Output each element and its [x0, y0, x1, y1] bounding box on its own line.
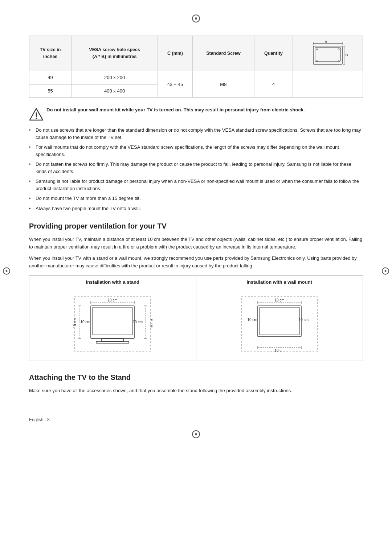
bullet-list: Do not use screws that are longer than t…: [29, 127, 363, 212]
col-header-c-mm: C (mm): [158, 36, 192, 71]
bottom-circle-icon: [192, 430, 200, 438]
left-side-decoration: [3, 267, 10, 275]
stand-diagram-svg: 10 cm 10 cm 10 cm 10 cm: [73, 295, 152, 353]
svg-text:10 cm: 10 cm: [274, 298, 284, 302]
svg-rect-19: [93, 307, 132, 335]
svg-text:10 cm: 10 cm: [150, 318, 152, 328]
col-header-standard-screw: Standard Screw: [192, 36, 254, 71]
ventilation-paragraph2: When you install your TV with a stand or…: [29, 255, 363, 270]
svg-rect-37: [258, 306, 301, 337]
svg-text:10 cm: 10 cm: [73, 318, 77, 328]
svg-rect-18: [91, 306, 134, 338]
svg-point-10: [316, 49, 318, 50]
left-circle-icon: [3, 267, 10, 275]
c-mm-cell: 43 ~ 45: [158, 71, 192, 98]
svg-text:10 cm: 10 cm: [133, 320, 143, 324]
install-stand-header: Installation with a stand: [29, 276, 196, 289]
list-item: Samsung is not liable for product damage…: [29, 178, 363, 192]
svg-rect-38: [260, 307, 299, 335]
ventilation-paragraph1: When you install your TV, maintain a dis…: [29, 236, 363, 251]
col-header-quantity: Quantity: [254, 36, 293, 71]
svg-text:B: B: [346, 53, 348, 57]
top-circle-icon: [192, 15, 200, 22]
vesa-cell-2: 400 x 400: [71, 84, 158, 98]
wall-diagram-svg: 10 cm 10 cm 10 cm 10 cm: [240, 295, 319, 353]
svg-text:10 cm: 10 cm: [247, 318, 257, 322]
svg-text:10 cm: 10 cm: [274, 349, 284, 353]
attaching-paragraph: Make sure you have all the accessories s…: [29, 387, 363, 395]
svg-rect-20: [102, 338, 123, 341]
install-table: Installation with a stand Installation w…: [29, 275, 363, 361]
install-wall-cell: 10 cm 10 cm 10 cm 10 cm: [196, 289, 363, 361]
wall-diagram: 10 cm 10 cm 10 cm 10 cm: [240, 295, 319, 355]
ventilation-heading: Providing proper ventilation for your TV: [29, 221, 363, 231]
vesa-table: TV size ininches VESA screw hole specs(A…: [29, 36, 363, 98]
bottom-decoration: [29, 430, 363, 440]
svg-rect-36: [241, 297, 318, 351]
top-decoration: [29, 15, 363, 25]
svg-text:10 cm: 10 cm: [108, 298, 118, 302]
warning-text: Do not install your wall mount kit while…: [46, 106, 305, 114]
list-item: Do not mount the TV at more than a 15 de…: [29, 195, 363, 202]
svg-text:10 cm: 10 cm: [299, 318, 309, 322]
svg-point-11: [338, 49, 339, 50]
quantity-cell: 4: [254, 71, 293, 98]
diagram-cell: [293, 71, 363, 98]
install-wall-header: Installation with a wall mount: [196, 276, 363, 289]
warning-icon: [29, 107, 42, 120]
table-row: 49 200 x 200 43 ~ 45 M8 4: [29, 71, 363, 85]
tv-size-cell-2: 55: [29, 84, 72, 98]
warning-box: Do not install your wall mount kit while…: [29, 106, 363, 120]
right-side-decoration: [382, 267, 389, 275]
col-header-tv-size: TV size ininches: [29, 36, 72, 71]
list-item: Always have two people mount the TV onto…: [29, 205, 363, 212]
tv-size-cell: 49: [29, 71, 72, 85]
page-footer: English - 8: [29, 416, 363, 423]
stand-diagram: 10 cm 10 cm 10 cm 10 cm: [73, 295, 152, 355]
svg-text:10 cm: 10 cm: [81, 320, 90, 324]
svg-point-16: [36, 118, 37, 119]
screw-cell: M8: [192, 71, 254, 98]
col-header-diagram: A B: [293, 36, 363, 71]
list-item: Do not use screws that are longer than t…: [29, 127, 363, 141]
warning-bold: Do not install your wall mount kit while…: [46, 107, 305, 112]
right-circle-icon: [382, 267, 389, 275]
svg-text:A: A: [325, 40, 327, 44]
list-item: Do not fasten the screws too firmly. Thi…: [29, 161, 363, 175]
vesa-diagram-svg: A B: [308, 39, 348, 66]
svg-rect-21: [96, 341, 129, 343]
list-item: For wall mounts that do not comply with …: [29, 144, 363, 158]
vesa-cell: 200 x 200: [71, 71, 158, 85]
col-header-vesa: VESA screw hole specs(A * B) in millimet…: [71, 36, 158, 71]
attaching-heading: Attaching the TV to the Stand: [29, 372, 363, 383]
svg-rect-1: [315, 48, 340, 61]
install-stand-cell: 10 cm 10 cm 10 cm 10 cm: [29, 289, 196, 361]
page-number: English - 8: [29, 417, 50, 422]
